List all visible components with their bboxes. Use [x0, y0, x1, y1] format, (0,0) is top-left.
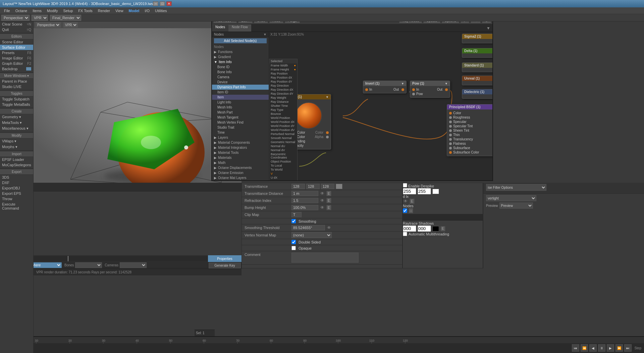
node-category-octane-displacements[interactable]: ▶ Octane Displacements: [212, 165, 269, 170]
sidebar-item-quit[interactable]: Quit=Q: [0, 27, 33, 32]
play-button[interactable]: ▶: [607, 344, 614, 352]
sidebar-item-dxf[interactable]: DXF: [0, 180, 33, 185]
sidebar-item-toggle-subpatch[interactable]: Toggle Subpatch: [0, 96, 33, 102]
shadow-color-g[interactable]: [418, 225, 431, 232]
sidebar-item-geometry[interactable]: Geometry ▾: [0, 114, 33, 120]
x-timeline-track[interactable]: [14, 256, 231, 261]
timeline-track[interactable]: ⏮ ⏪ ◀ ⏸ ▶ ⏩ ⏭ Step: [0, 344, 644, 353]
menu-render[interactable]: Render: [95, 8, 113, 13]
sidebar-item-surface-editor[interactable]: Surface EditorF5: [0, 45, 33, 50]
node-unreal[interactable]: Unreal (1) ▼: [462, 76, 492, 85]
transmittance-r[interactable]: [291, 184, 305, 189]
node-category-material-integrators[interactable]: ▶ Material Integrators: [212, 145, 269, 150]
node-category-octane-emission[interactable]: ▶ Octane Emission: [212, 170, 269, 175]
panel-options-button[interactable]: ▼: [484, 25, 492, 32]
node-item-mesh-info[interactable]: Mesh Info: [212, 105, 269, 110]
sidebar-item-scene-editor[interactable]: Scene Editor: [0, 39, 33, 45]
nodes-checkbox[interactable]: [403, 208, 407, 213]
node-item-mesh-part[interactable]: Mesh Part: [212, 110, 269, 115]
right-color-g[interactable]: [418, 188, 431, 194]
node-item-time[interactable]: Time: [212, 130, 269, 135]
bump-height-input[interactable]: [291, 205, 318, 210]
bump-height-eye[interactable]: 👁: [320, 205, 325, 210]
refraction-index-eye[interactable]: 👁: [320, 198, 325, 203]
tab-node-flow[interactable]: Node Flow: [228, 25, 251, 32]
vertight-select[interactable]: vertight: [486, 195, 536, 201]
sidebar-item-image-editor[interactable]: Image EditorF6: [0, 55, 33, 61]
sidebar-item-throw[interactable]: Throw: [0, 196, 33, 202]
node-item-item-id[interactable]: Item ID: [212, 90, 269, 95]
node-item-studio-trait[interactable]: Studio Trait: [212, 125, 269, 130]
node-item-dynamics-part-info[interactable]: Dynamics Part Info: [212, 85, 269, 90]
node-principled[interactable]: Principled BSDF (1) ▼ Color Material Rou…: [447, 104, 492, 156]
menu-modify[interactable]: Modify: [44, 8, 60, 13]
nodes-e[interactable]: □: [409, 208, 413, 213]
sidebar-item-metatools[interactable]: MetaTools ▾: [0, 120, 33, 126]
shadow-e[interactable]: E: [440, 226, 445, 231]
view-mode-select[interactable]: Perspective: [1, 15, 30, 21]
pause-button[interactable]: ⏸: [598, 344, 605, 352]
next-frame-button[interactable]: ⏩: [615, 344, 623, 352]
menu-setup[interactable]: Setup: [61, 8, 76, 13]
viewport-3d[interactable]: [34, 28, 241, 183]
node-category-layers[interactable]: ▶ Layers: [212, 135, 269, 140]
menu-io[interactable]: I/O: [142, 8, 152, 13]
tab-properties[interactable]: Properties: [208, 255, 241, 262]
sidebar-header-toggles[interactable]: Toggles: [0, 91, 33, 96]
sidebar-header-export[interactable]: Export: [0, 169, 33, 175]
node-category-math[interactable]: ▶ Math: [212, 160, 269, 165]
sidebar-item-execute-command[interactable]: Execute Command: [0, 202, 33, 211]
transmittance-g[interactable]: [306, 184, 320, 189]
sidebar-header-more-windows[interactable]: More Windows ▾: [0, 73, 33, 79]
go-start-button[interactable]: ⏮: [572, 344, 579, 352]
minimize-button[interactable]: ─: [153, 1, 158, 6]
close-button[interactable]: ✕: [166, 1, 172, 6]
sidebar-item-studio-live[interactable]: Studio LIVE: [0, 84, 33, 89]
node-item-device[interactable]: Device: [212, 80, 269, 85]
sidebar-item-export-eps[interactable]: Export EPS: [0, 191, 33, 196]
generate-key-button[interactable]: Generate Key: [209, 263, 241, 268]
node-canvas[interactable]: X:31 Y:138 Zoom:91%: [269, 32, 492, 180]
sidebar-item-mocap-skelegons[interactable]: MoCapSkelegons: [0, 162, 33, 168]
sidebar-item-vmaps[interactable]: VMaps ▾: [0, 138, 33, 144]
filter-options-select[interactable]: ise Filter Options: [486, 184, 546, 191]
preview-select[interactable]: Preview: [499, 203, 533, 209]
node-item-mesh-tangent[interactable]: Mesh Tangent: [212, 115, 269, 120]
sidebar-item-toggle-metaballs[interactable]: Toggle MetaBalls: [0, 102, 33, 107]
auto-multithreading-checkbox[interactable]: [403, 232, 407, 236]
sidebar-item-3ds[interactable]: 3DS: [0, 175, 33, 180]
node-item-bone-id[interactable]: Bone ID: [212, 64, 269, 70]
menu-utilities[interactable]: Utilities: [152, 8, 169, 13]
double-sided-checkbox[interactable]: [291, 240, 296, 244]
smoothing-threshold-input[interactable]: [291, 225, 325, 230]
node-delta[interactable]: Delta (1) ▼: [462, 48, 492, 58]
shadow-color-r[interactable]: [403, 225, 416, 232]
right-color-swatch[interactable]: [432, 189, 439, 194]
node-item-mesh-vertex-find[interactable]: Mesh Vertex Find: [212, 120, 269, 125]
sidebar-item-epsf-loader[interactable]: EPSF Loader: [0, 157, 33, 162]
enable-despike-checkbox[interactable]: [403, 183, 407, 187]
camera-select[interactable]: VPR: [32, 15, 48, 21]
refraction-index-e[interactable]: E: [326, 198, 331, 203]
sidebar-item-clear-scene[interactable]: Clear Scene=N: [0, 21, 33, 27]
bump-height-e[interactable]: E: [326, 205, 331, 210]
opaque-checkbox[interactable]: [291, 246, 296, 250]
node-category-material-components[interactable]: ▶ Material Components: [212, 140, 269, 145]
node-item-camera[interactable]: Camera: [212, 75, 269, 80]
sidebar-header-editors[interactable]: Editors: [0, 34, 33, 39]
tab-nodes[interactable]: Nodes: [212, 25, 228, 32]
sidebar-item-export-obj[interactable]: ExportOBJ: [0, 185, 33, 191]
refraction-index-input[interactable]: [291, 198, 318, 203]
smoothing-checkbox[interactable]: [291, 219, 296, 223]
add-selected-node-button[interactable]: Add Selected Node(s): [214, 38, 267, 43]
transmittance-b[interactable]: [321, 184, 334, 189]
clip-map-input[interactable]: [291, 212, 302, 217]
right-color-r[interactable]: [403, 188, 416, 194]
bones-select[interactable]: [75, 262, 102, 268]
transmittance-distance-e[interactable]: E: [326, 191, 331, 196]
vertex-normal-map-select[interactable]: (none): [291, 232, 332, 238]
menu-items[interactable]: Items: [30, 8, 44, 13]
sidebar-header-modify[interactable]: Modify: [0, 133, 33, 138]
maximize-button[interactable]: □: [160, 1, 165, 6]
menu-model[interactable]: Model: [126, 8, 142, 13]
